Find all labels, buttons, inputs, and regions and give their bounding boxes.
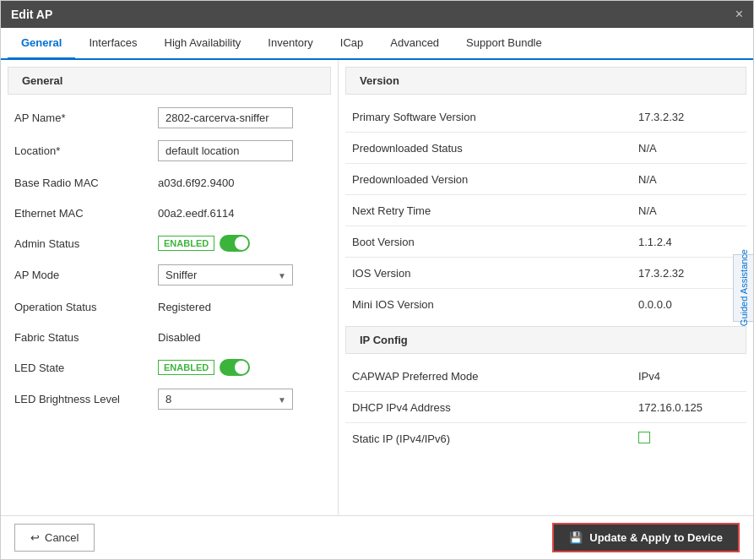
admin-status-value: ENABLED [158, 235, 328, 252]
location-label: Location* [14, 144, 158, 157]
base-radio-mac-row: Base Radio MAC a03d.6f92.9400 [1, 167, 338, 198]
predownloaded-status-row: Predownloaded Status N/A [339, 133, 753, 163]
predownloaded-status-label: Predownloaded Status [352, 142, 638, 155]
capwap-preferred-mode-value: IPv4 [638, 370, 740, 383]
ap-mode-value: Sniffer Local Monitor FlexConnect [158, 264, 328, 285]
cancel-label: Cancel [45, 531, 79, 544]
tab-advanced[interactable]: Advanced [377, 28, 453, 60]
cancel-icon: ↩ [30, 531, 40, 544]
location-input[interactable] [158, 140, 293, 161]
tab-interfaces[interactable]: Interfaces [75, 28, 150, 60]
predownloaded-status-value: N/A [638, 142, 740, 155]
cancel-button[interactable]: ↩ Cancel [14, 524, 95, 552]
led-state-toggle-label: ENABLED [158, 360, 214, 375]
led-brightness-row: LED Brightness Level 1234 5678 [1, 383, 338, 416]
led-state-toggle-container: ENABLED [158, 359, 328, 376]
dhcp-ipv4-address-row: DHCP IPv4 Address 172.16.0.125 [339, 392, 753, 422]
led-brightness-value: 1234 5678 [158, 389, 328, 410]
next-retry-time-row: Next Retry Time N/A [339, 195, 753, 226]
led-state-row: LED State ENABLED [1, 352, 338, 383]
predownloaded-version-row: Predownloaded Version N/A [339, 164, 753, 194]
primary-software-version-label: Primary Software Version [352, 111, 638, 123]
tab-high-availability[interactable]: High Availability [151, 28, 255, 60]
next-retry-time-label: Next Retry Time [352, 204, 638, 217]
operation-status-row: Operation Status Registered [1, 291, 338, 322]
next-retry-time-value: N/A [638, 204, 740, 217]
admin-status-label: Admin Status [14, 237, 158, 250]
version-section-header: Version [345, 67, 746, 95]
tab-icap[interactable]: ICap [327, 28, 377, 60]
mini-ios-version-value: 0.0.0.0 [638, 298, 740, 311]
guided-assistance-label: Guided Assistance [737, 246, 751, 329]
dhcp-ipv4-address-value: 172.16.0.125 [638, 401, 740, 414]
primary-software-version-value: 17.3.2.32 [638, 111, 740, 123]
fabric-status-row: Fabric Status Disabled [1, 322, 338, 352]
location-row: Location* [1, 134, 338, 167]
ap-name-row: AP Name* [1, 101, 338, 134]
footer: ↩ Cancel 💾 Update & Apply to Device [1, 515, 753, 559]
predownloaded-version-value: N/A [638, 173, 740, 186]
ios-version-row: IOS Version 17.3.2.32 [339, 258, 753, 288]
ios-version-label: IOS Version [352, 267, 638, 280]
ethernet-mac-value: 00a2.eedf.6114 [158, 207, 328, 220]
ap-name-label: AP Name* [14, 111, 158, 124]
modal-container: Edit AP × General Interfaces High Availa… [0, 0, 754, 560]
dhcp-ipv4-address-label: DHCP IPv4 Address [352, 401, 638, 414]
general-section-header: General [8, 67, 331, 95]
fabric-status-label: Fabric Status [14, 331, 158, 344]
admin-status-toggle[interactable] [220, 235, 250, 252]
boot-version-row: Boot Version 1.1.2.4 [339, 226, 753, 257]
ap-mode-label: AP Mode [14, 269, 158, 281]
capwap-preferred-mode-row: CAPWAP Preferred Mode IPv4 [339, 361, 753, 391]
led-state-toggle[interactable] [220, 359, 250, 376]
guided-assistance-panel[interactable]: Guided Assistance [733, 254, 753, 322]
operation-status-label: Operation Status [14, 301, 158, 313]
boot-version-value: 1.1.2.4 [638, 236, 740, 248]
ip-config-section-header: IP Config [345, 326, 746, 354]
static-ip-row: Static IP (IPv4/IPv6) [339, 423, 753, 454]
ap-name-input[interactable] [158, 107, 293, 128]
modal-title: Edit AP [11, 8, 52, 21]
admin-status-toggle-container: ENABLED [158, 235, 328, 252]
location-value [158, 140, 328, 161]
led-state-label: LED State [14, 362, 158, 374]
mini-ios-version-row: Mini IOS Version 0.0.0.0 [339, 289, 753, 319]
operation-status-value: Registered [158, 301, 328, 313]
update-apply-button[interactable]: 💾 Update & Apply to Device [552, 523, 740, 552]
base-radio-mac-value: a03d.6f92.9400 [158, 177, 328, 189]
left-panel: General AP Name* Location* Base Radio MA… [1, 60, 339, 515]
tab-general[interactable]: General [8, 28, 75, 60]
tab-inventory[interactable]: Inventory [254, 28, 326, 60]
title-bar: Edit AP × [1, 1, 753, 28]
tab-support-bundle[interactable]: Support Bundle [453, 28, 556, 60]
right-panel: Version Primary Software Version 17.3.2.… [339, 60, 753, 515]
capwap-preferred-mode-label: CAPWAP Preferred Mode [352, 370, 638, 383]
led-brightness-select[interactable]: 1234 5678 [158, 389, 293, 410]
update-label: Update & Apply to Device [589, 531, 723, 544]
tabs-bar: General Interfaces High Availability Inv… [1, 28, 753, 60]
boot-version-label: Boot Version [352, 236, 638, 248]
led-brightness-select-wrapper: 1234 5678 [158, 389, 293, 410]
ap-mode-select[interactable]: Sniffer Local Monitor FlexConnect [158, 264, 293, 285]
ap-mode-row: AP Mode Sniffer Local Monitor FlexConnec… [1, 258, 338, 291]
admin-status-row: Admin Status ENABLED [1, 228, 338, 258]
ethernet-mac-row: Ethernet MAC 00a2.eedf.6114 [1, 198, 338, 228]
primary-software-version-row: Primary Software Version 17.3.2.32 [339, 101, 753, 132]
static-ip-value [638, 432, 740, 446]
ethernet-mac-label: Ethernet MAC [14, 207, 158, 220]
update-icon: 💾 [569, 531, 583, 544]
led-brightness-label: LED Brightness Level [14, 393, 158, 405]
mini-ios-version-label: Mini IOS Version [352, 298, 638, 311]
close-button[interactable]: × [735, 8, 743, 21]
static-ip-label: Static IP (IPv4/IPv6) [352, 432, 638, 445]
ap-mode-select-wrapper: Sniffer Local Monitor FlexConnect [158, 264, 293, 285]
ap-name-value [158, 107, 328, 128]
base-radio-mac-label: Base Radio MAC [14, 177, 158, 189]
predownloaded-version-label: Predownloaded Version [352, 173, 638, 186]
main-content: General AP Name* Location* Base Radio MA… [1, 60, 753, 515]
fabric-status-value: Disabled [158, 331, 328, 344]
static-ip-checkbox[interactable] [638, 432, 650, 443]
led-state-value: ENABLED [158, 359, 328, 376]
ios-version-value: 17.3.2.32 [638, 267, 740, 280]
admin-status-toggle-label: ENABLED [158, 236, 214, 251]
